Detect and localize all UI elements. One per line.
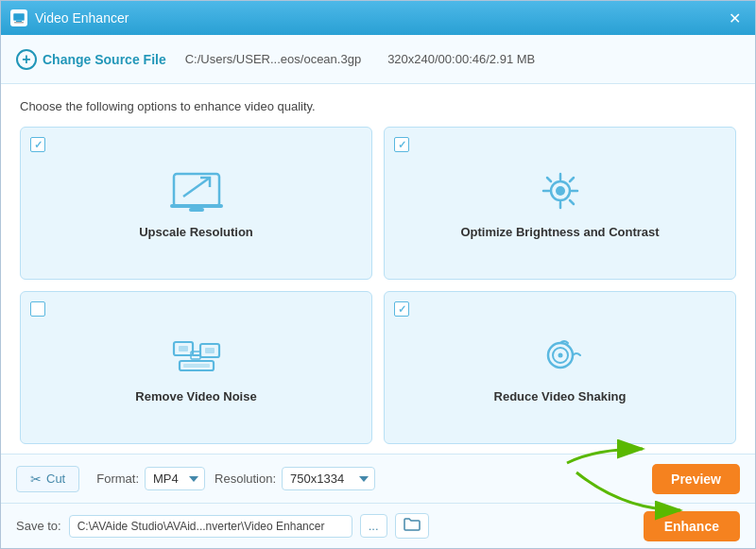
checkbox-upscale[interactable] <box>30 137 45 152</box>
brightness-label: Optimize Brightness and Contrast <box>460 225 659 239</box>
svg-rect-20 <box>205 348 215 353</box>
save-bar: Save to: ... Enhance <box>1 503 755 548</box>
brightness-icon <box>532 168 589 215</box>
save-path-input[interactable] <box>69 515 352 538</box>
shaking-label: Reduce Video Shaking <box>494 389 627 403</box>
checkbox-noise[interactable] <box>30 301 45 317</box>
svg-rect-4 <box>170 204 223 208</box>
svg-rect-2 <box>14 22 24 24</box>
source-file-info: 320x240/00:00:46/2.91 MB <box>387 52 535 66</box>
svg-rect-0 <box>13 13 25 21</box>
upscale-icon <box>168 168 225 215</box>
shaking-icon <box>532 333 589 380</box>
option-upscale[interactable]: Upscale Resolution <box>20 127 372 280</box>
option-noise[interactable]: Remove Video Noise <box>20 291 372 444</box>
upscale-label: Upscale Resolution <box>139 225 253 239</box>
close-button[interactable]: ✕ <box>723 7 746 29</box>
checkbox-shaking[interactable] <box>394 301 409 317</box>
format-group: Format: MP4 AVI MOV MKV <box>96 467 205 490</box>
option-brightness[interactable]: Optimize Brightness and Contrast <box>384 127 736 280</box>
format-label: Format: <box>96 472 139 486</box>
svg-rect-17 <box>179 346 188 352</box>
title-bar: Video Enhancer ✕ <box>1 1 755 35</box>
add-icon: + <box>16 49 37 70</box>
noise-label: Remove Video Noise <box>135 389 256 403</box>
svg-line-6 <box>183 178 210 197</box>
save-folder-button[interactable] <box>395 513 429 539</box>
svg-rect-5 <box>189 208 204 212</box>
preview-button[interactable]: Preview <box>652 464 740 494</box>
content-area: Choose the following options to enhance … <box>1 84 755 454</box>
svg-line-13 <box>547 178 551 181</box>
save-dots-button[interactable]: ... <box>360 514 387 538</box>
change-source-button[interactable]: + Change Source File <box>16 49 166 70</box>
bottom-toolbar: ✂ Cut Format: MP4 AVI MOV MKV Resolution… <box>1 454 755 503</box>
svg-point-8 <box>556 186 565 196</box>
cut-label: Cut <box>46 472 65 486</box>
format-select[interactable]: MP4 AVI MOV MKV <box>145 467 205 490</box>
resolution-group: Resolution: 750x1334 1280x720 1920x1080 … <box>215 467 375 490</box>
folder-icon <box>404 518 421 534</box>
resolution-select[interactable]: 750x1334 1280x720 1920x1080 640x480 <box>282 467 375 490</box>
cut-button[interactable]: ✂ Cut <box>16 466 79 492</box>
checkbox-brightness[interactable] <box>394 137 409 152</box>
instruction-text: Choose the following options to enhance … <box>20 99 736 113</box>
svg-line-15 <box>570 178 574 181</box>
source-file-path: C:/Users/USER...eos/ocean.3gp <box>185 52 361 66</box>
cut-icon: ✂ <box>30 472 42 487</box>
options-grid: Upscale Resolution <box>20 127 736 444</box>
source-bar: + Change Source File C:/Users/USER...eos… <box>1 35 755 84</box>
app-icon <box>10 9 27 26</box>
noise-icon <box>168 333 225 380</box>
enhance-button[interactable]: Enhance <box>644 511 740 541</box>
svg-rect-23 <box>183 364 210 368</box>
svg-line-14 <box>570 200 574 204</box>
svg-point-26 <box>558 352 562 357</box>
svg-rect-3 <box>174 174 219 206</box>
window-title: Video Enhancer <box>35 10 723 26</box>
change-source-label: Change Source File <box>43 52 166 67</box>
save-to-label: Save to: <box>16 519 61 533</box>
option-shaking[interactable]: Reduce Video Shaking <box>384 291 736 444</box>
resolution-label: Resolution: <box>215 472 276 486</box>
